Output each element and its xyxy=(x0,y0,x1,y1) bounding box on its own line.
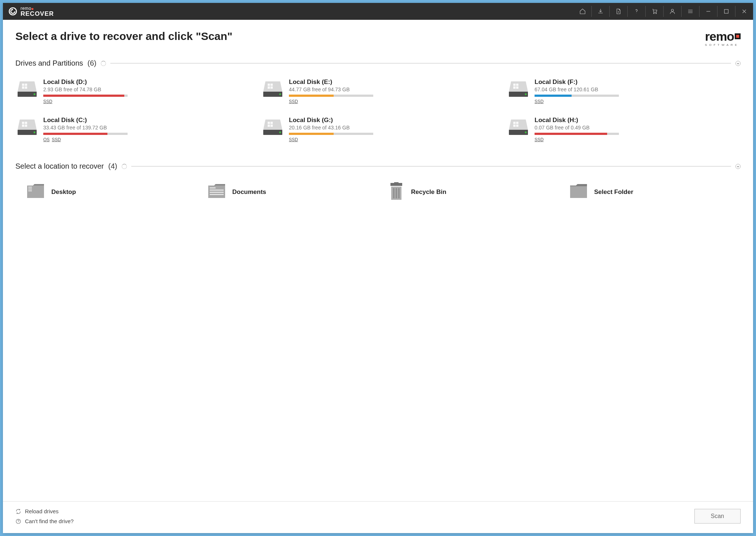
drives-section-header: Drives and Partitions (6) xyxy=(15,59,741,67)
svg-rect-26 xyxy=(28,190,32,191)
drive-tag: SSD xyxy=(289,99,298,104)
drive-icon xyxy=(17,78,37,99)
loading-spinner-icon xyxy=(101,61,106,66)
refresh-icon xyxy=(15,509,21,514)
home-button[interactable] xyxy=(574,3,591,20)
location-item[interactable]: Documents xyxy=(205,180,379,204)
drive-tags: OSSSD xyxy=(43,137,248,142)
drives-section-title: Drives and Partitions xyxy=(15,59,83,67)
maximize-button[interactable] xyxy=(718,3,735,20)
drive-item[interactable]: Local Disk (H:)0.07 GB free of 0.49 GBSS… xyxy=(507,115,741,144)
location-item[interactable]: Recycle Bin xyxy=(386,180,560,204)
svg-rect-25 xyxy=(28,188,32,190)
drives-count: (6) xyxy=(88,59,96,67)
cart-button[interactable] xyxy=(646,3,663,20)
locations-section-title: Select a location to recover xyxy=(15,162,104,170)
svg-point-12 xyxy=(525,93,527,95)
drive-name: Local Disk (E:) xyxy=(289,78,493,86)
close-button[interactable] xyxy=(735,3,753,20)
title-bar: remo RECOVER xyxy=(3,3,753,20)
drive-name: Local Disk (F:) xyxy=(535,78,739,86)
drive-tags: SSD xyxy=(289,99,493,104)
drive-tags: SSD xyxy=(535,137,739,142)
location-item[interactable]: Desktop xyxy=(24,180,198,204)
documents-icon xyxy=(208,183,226,201)
usage-fill xyxy=(535,133,607,135)
footer: Reload drives Can't find the drive? Scan xyxy=(3,501,753,533)
app-logo: remo RECOVER xyxy=(8,6,54,17)
usage-bar xyxy=(43,133,128,135)
svg-rect-36 xyxy=(396,188,397,198)
titlebar-actions xyxy=(574,3,753,20)
locations-list: DesktopDocumentsRecycle BinSelect Folder xyxy=(15,180,741,204)
collapse-locations-button[interactable] xyxy=(735,164,741,169)
drive-icon xyxy=(508,117,529,137)
drive-free-text: 67.04 GB free of 120.61 GB xyxy=(535,87,739,92)
collapse-drives-button[interactable] xyxy=(735,61,741,66)
drive-tags: SSD xyxy=(535,99,739,104)
svg-point-0 xyxy=(9,8,16,15)
section-divider xyxy=(131,166,731,166)
drive-name: Local Disk (D:) xyxy=(43,78,248,86)
svg-point-6 xyxy=(34,93,36,95)
usage-bar xyxy=(43,95,128,97)
drive-item[interactable]: Local Disk (D:)2.93 GB free of 74.78 GBS… xyxy=(15,77,249,106)
location-name: Desktop xyxy=(51,188,76,196)
usage-fill xyxy=(43,133,107,135)
cant-find-drive-link[interactable]: Can't find the drive? xyxy=(15,518,74,524)
svg-point-1 xyxy=(653,13,654,14)
drive-icon xyxy=(263,78,283,99)
drive-item[interactable]: Local Disk (G:)20.16 GB free of 43.16 GB… xyxy=(261,115,495,144)
drive-free-text: 20.16 GB free of 43.16 GB xyxy=(289,125,493,131)
help-button[interactable] xyxy=(628,3,645,20)
drive-icon xyxy=(17,117,37,137)
drive-item[interactable]: Local Disk (F:)67.04 GB free of 120.61 G… xyxy=(507,77,741,106)
menu-button[interactable] xyxy=(682,3,699,20)
reload-drives-link[interactable]: Reload drives xyxy=(15,508,74,514)
svg-rect-24 xyxy=(28,187,32,188)
reload-label: Reload drives xyxy=(25,508,59,514)
import-button[interactable] xyxy=(592,3,609,20)
usage-bar xyxy=(289,95,373,97)
drive-icon xyxy=(263,117,283,137)
drive-free-text: 0.07 GB free of 0.49 GB xyxy=(535,125,739,131)
locations-section-header: Select a location to recover (4) xyxy=(15,162,741,170)
location-name: Documents xyxy=(232,188,267,196)
minimize-button[interactable] xyxy=(700,3,717,20)
svg-point-21 xyxy=(525,132,527,133)
drive-tags: SSD xyxy=(43,99,248,104)
new-session-button[interactable] xyxy=(610,3,627,20)
desktop-icon xyxy=(26,183,45,201)
brand-subtitle: SOFTWARE xyxy=(705,43,741,47)
drive-tag: OS xyxy=(43,137,49,142)
svg-point-2 xyxy=(656,13,656,14)
drive-name: Local Disk (H:) xyxy=(535,117,739,124)
drive-tag: SSD xyxy=(52,137,61,142)
scan-button[interactable]: Scan xyxy=(694,509,741,524)
app-window: remo RECOVER S xyxy=(3,3,753,533)
location-item[interactable]: Select Folder xyxy=(567,180,741,204)
usage-fill xyxy=(289,95,334,97)
usage-bar xyxy=(535,95,619,97)
brand-bottom-text: RECOVER xyxy=(21,11,54,17)
locations-count: (4) xyxy=(108,162,117,170)
usage-fill xyxy=(535,95,572,97)
brand-logo: remo SOFTWARE xyxy=(705,30,741,47)
usage-fill xyxy=(43,95,124,97)
trash-icon xyxy=(388,182,404,202)
drive-tag: SSD xyxy=(43,99,52,104)
svg-point-3 xyxy=(671,9,674,11)
drive-free-text: 2.93 GB free of 74.78 GB xyxy=(43,87,248,92)
svg-rect-38 xyxy=(570,186,587,198)
account-button[interactable] xyxy=(664,3,681,20)
drive-item[interactable]: Local Disk (C:)33.43 GB free of 139.72 G… xyxy=(15,115,249,144)
location-name: Select Folder xyxy=(594,188,634,196)
location-name: Recycle Bin xyxy=(411,188,446,196)
drive-tag: SSD xyxy=(535,137,544,142)
drive-name: Local Disk (G:) xyxy=(289,117,493,124)
svg-rect-33 xyxy=(394,182,399,184)
drive-item[interactable]: Local Disk (E:)44.77 GB free of 94.73 GB… xyxy=(261,77,495,106)
drive-free-text: 44.77 GB free of 94.73 GB xyxy=(289,87,493,92)
drive-free-text: 33.43 GB free of 139.72 GB xyxy=(43,125,248,131)
drive-icon xyxy=(508,78,529,99)
